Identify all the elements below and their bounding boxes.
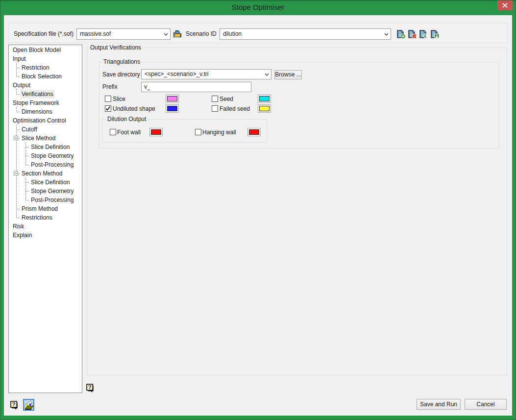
svg-text:?: ? (12, 401, 16, 407)
svg-text:?: ? (88, 384, 92, 390)
